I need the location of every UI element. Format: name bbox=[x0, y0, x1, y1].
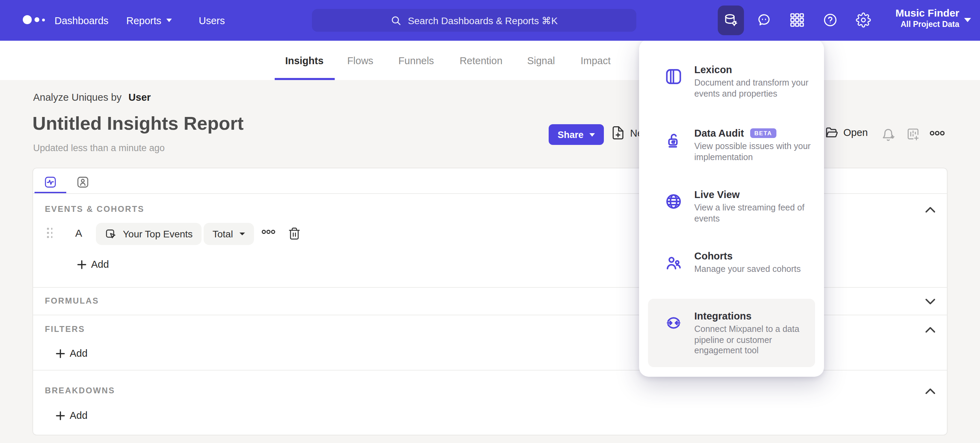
menu-item-title: Live View bbox=[694, 189, 829, 200]
menu-item-desc: View possible issues with your implement… bbox=[694, 141, 829, 163]
menu-item-desc: Document and transform your events and p… bbox=[694, 78, 810, 99]
add-event-button[interactable]: Add bbox=[77, 259, 109, 270]
menu-item-integrations-content: Integrations Connect Mixpanel to a data … bbox=[665, 311, 819, 356]
filters-header: FILTERS bbox=[45, 324, 85, 334]
add-to-board-icon[interactable] bbox=[906, 127, 920, 142]
mixpanel-logo-icon[interactable] bbox=[21, 14, 51, 28]
top-nav: Dashboards Reports Users Search Dashboar… bbox=[0, 0, 980, 41]
analyze-value-dropdown[interactable]: User bbox=[128, 92, 151, 103]
collapse-breakdowns-icon[interactable] bbox=[925, 388, 936, 395]
analyze-label: Analyze Uniques by bbox=[33, 92, 121, 103]
beta-badge: BETA bbox=[750, 129, 776, 138]
collapse-events-icon[interactable] bbox=[925, 206, 936, 213]
menu-item-desc: Manage your saved cohorts bbox=[694, 264, 819, 275]
menu-item-lexicon[interactable]: Lexicon Document and transform your even… bbox=[665, 64, 810, 99]
project-selector[interactable]: Music Finder All Project Data bbox=[878, 6, 959, 30]
event-click-icon bbox=[105, 228, 117, 240]
nav-item-reports[interactable]: Reports bbox=[126, 0, 172, 41]
formulas-header: FORMULAS bbox=[45, 296, 99, 306]
live-view-globe-icon bbox=[665, 192, 682, 210]
search-icon bbox=[391, 15, 402, 26]
data-management-dropdown: Lexicon Document and transform your even… bbox=[639, 39, 824, 377]
lexicon-icon bbox=[665, 68, 682, 86]
chevron-down-icon bbox=[589, 133, 595, 136]
metric-selector[interactable]: Total bbox=[204, 223, 254, 245]
tab-insights[interactable]: Insights bbox=[285, 55, 323, 66]
menu-item-integrations[interactable]: Integrations Connect Mixpanel to a data … bbox=[648, 299, 815, 367]
row-options-icon[interactable] bbox=[262, 229, 275, 235]
tab-flows[interactable]: Flows bbox=[347, 55, 373, 66]
content-area: Analyze Uniques by User Untitled Insight… bbox=[0, 80, 980, 443]
mixpanel-app: Dashboards Reports Users Search Dashboar… bbox=[0, 0, 980, 443]
menu-item-title: Cohorts bbox=[694, 251, 819, 262]
data-management-button[interactable] bbox=[718, 6, 744, 35]
alert-bell-plus-icon[interactable] bbox=[881, 127, 896, 143]
analyze-uniques-row: Analyze Uniques by User bbox=[33, 92, 151, 103]
page-title[interactable]: Untitled Insights Report bbox=[32, 113, 243, 135]
add-label: Add bbox=[70, 410, 88, 421]
more-options-icon[interactable] bbox=[930, 130, 945, 136]
metric-name: Total bbox=[213, 229, 233, 240]
file-plus-icon bbox=[611, 125, 625, 140]
chevron-down-icon bbox=[239, 233, 245, 235]
open-report-button[interactable]: Open bbox=[825, 125, 868, 140]
menu-item-data-audit[interactable]: Data Audit BETA View possible issues wit… bbox=[665, 128, 829, 163]
data-audit-lock-icon bbox=[665, 131, 682, 149]
event-row-letter: A bbox=[75, 227, 82, 239]
project-scope: All Project Data bbox=[878, 19, 959, 30]
nav-item-label: Reports bbox=[126, 15, 161, 26]
drag-handle[interactable] bbox=[47, 228, 52, 240]
expand-formulas-icon[interactable] bbox=[925, 298, 936, 305]
events-cohorts-header: EVENTS & COHORTS bbox=[45, 204, 144, 214]
delete-row-icon[interactable] bbox=[288, 226, 301, 241]
plus-icon bbox=[56, 411, 65, 420]
nav-item-users[interactable]: Users bbox=[199, 0, 225, 41]
help-icon[interactable] bbox=[822, 13, 838, 28]
menu-item-live-view[interactable]: Live View View a live streaming feed of … bbox=[665, 189, 829, 224]
share-button[interactable]: Share bbox=[549, 124, 603, 145]
chevron-down-icon bbox=[166, 19, 172, 22]
event-name: Your Top Events bbox=[123, 229, 192, 240]
tab-signal[interactable]: Signal bbox=[527, 55, 555, 66]
add-label: Add bbox=[70, 348, 88, 359]
apps-grid-icon[interactable] bbox=[789, 13, 805, 28]
menu-item-cohorts[interactable]: Cohorts Manage your saved cohorts bbox=[665, 251, 819, 275]
add-breakdown-button[interactable]: Add bbox=[56, 410, 88, 421]
report-tabs: Insights Flows Funnels Retention Signal … bbox=[0, 41, 980, 80]
integrations-sync-icon bbox=[665, 314, 682, 332]
nav-item-dashboards[interactable]: Dashboards bbox=[54, 0, 108, 41]
breakdowns-header: BREAKDOWNS bbox=[45, 386, 115, 395]
menu-item-desc: View a live streaming feed of events bbox=[694, 203, 829, 224]
project-name: Music Finder bbox=[878, 6, 959, 19]
cohorts-people-icon bbox=[665, 254, 682, 272]
search-placeholder: Search Dashboards & Reports ⌘K bbox=[408, 15, 558, 26]
tab-retention[interactable]: Retention bbox=[460, 55, 503, 66]
nav-item-label: Users bbox=[199, 15, 225, 26]
share-label: Share bbox=[558, 129, 584, 140]
menu-item-title: Data Audit BETA bbox=[694, 128, 829, 139]
nav-item-label: Dashboards bbox=[54, 15, 108, 26]
metrics-tab-icon[interactable] bbox=[44, 176, 57, 188]
updated-timestamp: Updated less than a minute ago bbox=[33, 143, 165, 153]
collapse-filters-icon[interactable] bbox=[925, 326, 936, 333]
event-selector[interactable]: Your Top Events bbox=[96, 223, 202, 245]
menu-item-title: Lexicon bbox=[694, 64, 810, 75]
tab-impact[interactable]: Impact bbox=[581, 55, 611, 66]
menu-item-desc: Connect Mixpanel to a data pipeline or c… bbox=[694, 324, 819, 356]
plus-icon bbox=[77, 260, 86, 269]
chevron-down-icon bbox=[964, 18, 971, 22]
database-gear-icon bbox=[723, 13, 739, 28]
plus-icon bbox=[56, 349, 65, 358]
feedback-icon[interactable] bbox=[756, 13, 772, 28]
settings-gear-icon[interactable] bbox=[856, 13, 871, 28]
add-filter-button[interactable]: Add bbox=[56, 348, 88, 359]
add-label: Add bbox=[91, 259, 109, 270]
menu-item-title: Integrations bbox=[694, 311, 819, 322]
profiles-tab-icon[interactable] bbox=[76, 176, 89, 188]
open-label: Open bbox=[843, 127, 868, 138]
tab-funnels[interactable]: Funnels bbox=[398, 55, 434, 66]
search-input[interactable]: Search Dashboards & Reports ⌘K bbox=[312, 9, 636, 32]
